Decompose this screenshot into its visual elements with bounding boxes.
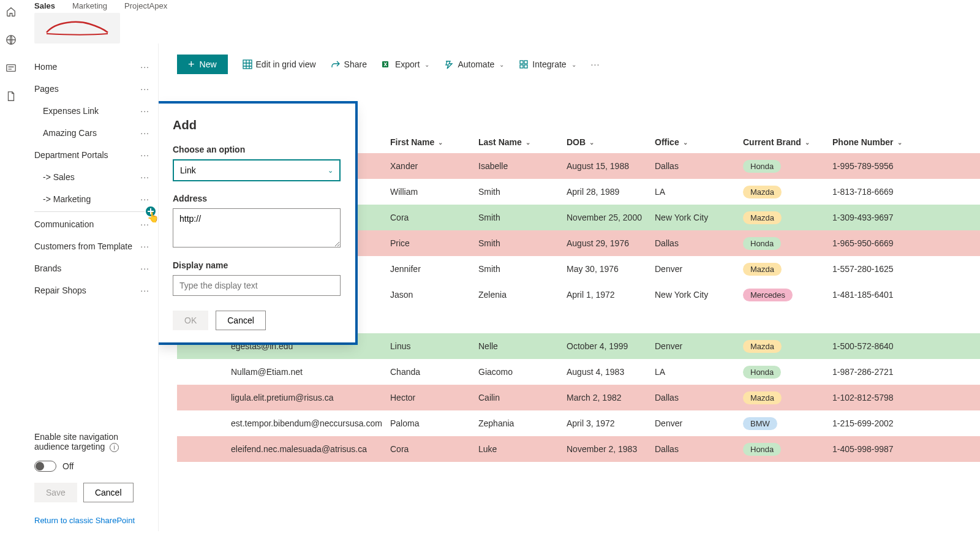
svg-rect-2 xyxy=(243,60,252,69)
tab-marketing[interactable]: Marketing xyxy=(72,1,107,10)
tab-sales[interactable]: Sales xyxy=(34,1,55,10)
news-icon[interactable] xyxy=(6,62,17,74)
cell-title: est.tempor.bibendum@neccursusa.com xyxy=(177,418,390,428)
more-commands-button[interactable]: ··· xyxy=(591,59,600,69)
col-office[interactable]: Office⌄ xyxy=(655,137,743,147)
chevron-down-icon: ⌄ xyxy=(571,61,576,68)
nav-customers-template[interactable]: Customers from Template··· xyxy=(34,235,153,257)
export-button[interactable]: Export⌄ xyxy=(382,59,429,69)
more-icon[interactable]: ··· xyxy=(140,150,149,160)
cell-brand: Honda xyxy=(743,366,832,379)
nav-expenses-link[interactable]: Expenses Link··· xyxy=(34,100,153,122)
cell-office: Denver xyxy=(655,264,743,274)
cell-brand: Mazda xyxy=(743,391,832,404)
cell-dob: April 3, 1972 xyxy=(567,418,655,428)
col-dob[interactable]: DOB⌄ xyxy=(567,137,655,147)
svg-rect-4 xyxy=(520,61,523,64)
add-nav-item-button[interactable] xyxy=(145,205,157,217)
nav-sales[interactable]: -> Sales··· xyxy=(34,166,153,188)
cell-first-name: Paloma xyxy=(390,418,478,428)
more-icon[interactable]: ··· xyxy=(140,285,149,295)
option-select[interactable]: Link xyxy=(173,159,341,181)
cancel-button[interactable]: Cancel xyxy=(216,311,266,330)
brand-pill: Honda xyxy=(743,443,781,456)
svg-rect-7 xyxy=(524,65,527,68)
cell-first-name: Hector xyxy=(390,393,478,402)
globe-icon[interactable] xyxy=(6,34,17,45)
brand-pill: Mazda xyxy=(743,211,782,224)
more-icon[interactable]: ··· xyxy=(140,241,149,251)
automate-button[interactable]: Automate⌄ xyxy=(444,59,504,69)
more-icon[interactable]: ··· xyxy=(140,128,149,138)
dialog-title: Add xyxy=(173,118,341,132)
audience-targeting-label: Enable site navigation audience targetin… xyxy=(34,432,153,452)
nav-department-portals[interactable]: Department Portals··· xyxy=(34,144,153,166)
file-icon[interactable] xyxy=(6,91,17,102)
cancel-button[interactable]: Cancel xyxy=(83,483,134,502)
table-row[interactable]: est.tempor.bibendum@neccursusa.comPaloma… xyxy=(177,410,980,436)
cell-first-name: Price xyxy=(390,238,478,248)
site-logo[interactable] xyxy=(34,13,120,43)
table-row[interactable]: ligula.elit.pretium@risus.caHectorCailin… xyxy=(177,385,980,410)
cell-office: LA xyxy=(655,187,743,197)
info-icon[interactable]: i xyxy=(110,443,119,452)
more-icon[interactable]: ··· xyxy=(140,84,149,94)
integrate-button[interactable]: Integrate⌄ xyxy=(519,59,576,69)
nav-repair-shops[interactable]: Repair Shops··· xyxy=(34,279,153,301)
nav-communication[interactable]: Communication··· xyxy=(34,213,153,235)
cell-last-name: Zelenia xyxy=(478,290,567,300)
brand-pill: Honda xyxy=(743,160,781,173)
address-input[interactable] xyxy=(173,208,341,247)
cell-phone: 1-987-286-2721 xyxy=(832,367,909,377)
new-button[interactable]: +New xyxy=(177,55,228,74)
more-icon[interactable]: ··· xyxy=(140,172,149,182)
more-icon[interactable]: ··· xyxy=(140,62,149,72)
nav-marketing[interactable]: -> Marketing··· xyxy=(34,188,153,210)
cell-brand: Mazda xyxy=(743,340,832,353)
cell-last-name: Luke xyxy=(478,444,567,454)
audience-targeting-toggle[interactable] xyxy=(34,461,56,472)
brand-pill: Mazda xyxy=(743,186,782,198)
col-phone[interactable]: Phone Number⌄ xyxy=(832,137,909,147)
display-name-input[interactable] xyxy=(173,275,341,296)
cell-brand: Honda xyxy=(743,237,832,250)
chevron-down-icon: ⌄ xyxy=(805,139,810,146)
cell-dob: August 15, 1988 xyxy=(567,161,655,171)
cell-office: New York City xyxy=(655,290,743,300)
brand-pill: Mazda xyxy=(743,263,782,276)
nav-amazing-cars[interactable]: Amazing Cars··· xyxy=(34,122,153,144)
automate-icon xyxy=(444,59,454,69)
tab-projectapex[interactable]: ProjectApex xyxy=(124,1,167,10)
more-icon[interactable]: ··· xyxy=(140,263,149,273)
svg-rect-1 xyxy=(7,65,15,72)
more-icon[interactable]: ··· xyxy=(140,106,149,116)
cell-first-name: William xyxy=(390,187,478,197)
brand-pill: Mazda xyxy=(743,391,782,404)
brand-pill: Honda xyxy=(743,366,781,379)
cell-office: Dallas xyxy=(655,238,743,248)
chevron-down-icon: ⌄ xyxy=(897,139,902,146)
nav-brands[interactable]: Brands··· xyxy=(34,257,153,279)
brand-pill: BMW xyxy=(743,417,777,430)
cell-phone: 1-215-699-2002 xyxy=(832,418,909,428)
cell-title: Nullam@Etiam.net xyxy=(177,367,390,377)
col-brand[interactable]: Current Brand⌄ xyxy=(743,137,832,147)
more-icon[interactable]: ··· xyxy=(140,194,149,204)
cell-dob: April 1, 1972 xyxy=(567,290,655,300)
table-row[interactable]: Nullam@Etiam.netChandaGiacomoAugust 4, 1… xyxy=(177,359,980,385)
col-first-name[interactable]: First Name⌄ xyxy=(390,137,478,147)
nav-home[interactable]: Home··· xyxy=(34,56,153,78)
cell-brand: Mazda xyxy=(743,263,832,276)
home-icon[interactable] xyxy=(6,6,17,17)
edit-grid-button[interactable]: Edit in grid view xyxy=(243,59,316,69)
cell-last-name: Smith xyxy=(478,187,567,197)
cell-brand: BMW xyxy=(743,417,832,430)
cell-title: eleifend.nec.malesuada@atrisus.ca xyxy=(177,444,390,454)
nav-pages[interactable]: Pages··· xyxy=(34,78,153,100)
svg-rect-6 xyxy=(520,65,523,68)
share-button[interactable]: Share xyxy=(331,59,367,69)
return-classic-link[interactable]: Return to classic SharePoint xyxy=(34,516,153,525)
col-last-name[interactable]: Last Name⌄ xyxy=(478,137,567,147)
more-icon[interactable]: ··· xyxy=(140,219,149,229)
table-row[interactable]: eleifend.nec.malesuada@atrisus.caCoraLuk… xyxy=(177,436,980,462)
